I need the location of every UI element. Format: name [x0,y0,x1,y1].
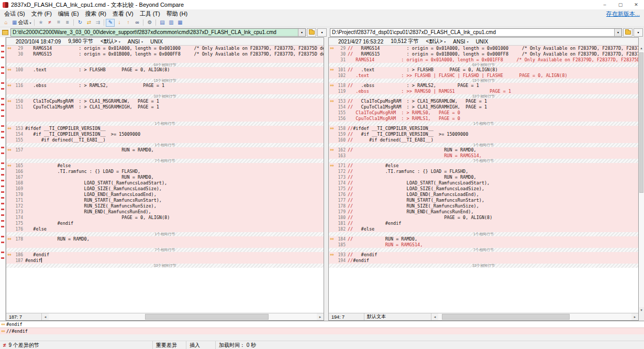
home-button[interactable]: ⌂ [2,19,10,27]
right-path-input[interactable]: D:\Project\f28377d_dsp01\cpu01\2837xD_FL… [330,28,622,37]
code-row[interactable]: 177// RUN_START(_RamfuncsRunStart), [329,198,638,203]
diff-map[interactable] [0,37,6,321]
right-hscroll-track[interactable] [438,313,631,320]
edit-mode-button[interactable]: ✎ [106,19,115,27]
identical-section-row[interactable]: 69个相同行节 [329,63,638,67]
minimize-button[interactable]: – [597,0,613,9]
next-difference-button[interactable]: ↓ [115,19,124,27]
vscroll-track[interactable] [639,51,644,307]
code-row[interactable]: ⇔116 .ebss : > RAMLS2, PAGE = 1 [6,83,324,89]
code-row[interactable] [6,153,324,159]
code-row[interactable]: 155 #if defined(__TI_EABI__) [6,137,324,143]
left-line-detail[interactable]: ⇔ #endif [0,321,644,328]
left-browse-button[interactable] [307,28,316,37]
identical-section-row[interactable]: 1个相同行节 [6,122,324,126]
identical-section-row[interactable]: 33个相同行节 [6,94,324,99]
code-row[interactable]: 172 RUN_SIZE(_RamfuncsRunSize), [6,203,324,209]
code-row[interactable]: 194//#endif [329,258,638,264]
left-encoding-dropdown[interactable]: ANSI▾ [128,39,143,45]
identical-section-row[interactable]: 1个相同行节 [329,232,638,236]
code-row[interactable]: ⇔162// RUN = RAMD0, [329,147,638,153]
identical-section-row[interactable]: 1个相同行节 [329,143,638,147]
view-text-details-button[interactable]: ▤ [158,19,166,27]
identical-section-row[interactable]: 15个相同行节 [329,79,638,83]
code-row[interactable] [6,57,324,63]
show-differences-button[interactable]: ≠ [45,19,54,27]
find-button[interactable]: ∞ [132,19,141,27]
copy-section-button[interactable]: ⇉ [93,19,102,27]
identical-section-row[interactable]: 7个相同行节 [329,248,638,252]
code-row[interactable]: ⇔184// RUN = RAMD0, [329,236,638,242]
right-browse-button[interactable] [623,28,632,37]
code-row[interactable]: 174 PAGE = 0, ALIGN(8) [6,215,324,221]
identical-section-row[interactable]: 7个相同行节 [6,248,324,252]
show-same-button[interactable]: = [54,19,63,27]
menu-item[interactable]: 搜索 (R) [82,10,109,17]
menu-item[interactable]: 工具 (T) [137,10,163,17]
code-row[interactable]: 179// RUN_END(_RamfuncsRunEnd), [329,209,638,215]
scroll-left-icon[interactable]: ◂ [42,313,49,320]
code-row[interactable]: 154 #if __TI_COMPILER_VERSION__ >= 15009… [6,132,324,137]
scroll-up-icon[interactable]: ▴ [639,45,644,51]
code-row[interactable]: 182// #else [329,226,638,232]
maximize-button[interactable]: ▢ [613,0,628,9]
code-row[interactable]: ⇔157 RUN = RAMD0, [6,147,324,153]
code-row[interactable]: 178// RUN_SIZE(_RamfuncsRunSize), [329,203,638,209]
menu-item[interactable]: 帮助 (H) [163,10,191,17]
code-row[interactable] [6,242,324,248]
right-path-dropdown[interactable]: ▾ [614,29,621,36]
code-row[interactable]: ⇔158//#ifdef __TI_COMPILER_VERSION__ [329,126,638,132]
code-row[interactable]: 31 RAMGS14 : origin = 0x01A000, length =… [329,57,638,63]
code-row[interactable]: ⇔186 #endif [6,252,324,258]
code-row[interactable] [6,116,324,122]
code-row[interactable]: 166 .TI.ramfunc : {} LOAD = FLASHD, [6,169,324,174]
code-row[interactable]: 175// LOAD_SIZE(_RamfuncsLoadSize), [329,186,638,192]
left-hscrollbar[interactable]: ◂ ▸ [42,313,324,320]
code-row[interactable]: 151 CpuToCla1MsgRAM : > CLA1_MSGRAMHIGH,… [6,104,324,110]
scroll-down-icon[interactable]: ▾ [639,307,644,313]
favorites-button[interactable]: ★ [36,19,45,27]
right-line-detail[interactable]: ⇔ //#endif [0,328,644,334]
code-row[interactable]: 160// #if defined(__TI_EABI__) [329,137,638,143]
code-row[interactable]: 168 LOAD_START(_RamfuncsLoadStart), [6,180,324,186]
right-format-dropdown[interactable]: <默认>▾ [426,38,446,45]
code-row[interactable]: ⇔29 RAMGS14 : origin = 0x01A000, length … [6,46,324,51]
code-row[interactable]: 187#endif [6,258,324,264]
identical-section-row[interactable]: 33个相同行节 [6,264,324,268]
identical-section-row[interactable]: 1个相同行节 [6,232,324,236]
scroll-right-icon[interactable]: ▸ [317,313,324,320]
right-browse-dropdown[interactable]: ▾ [634,28,643,37]
code-row[interactable]: ⇔193// #endif [329,252,638,258]
identical-section-row[interactable]: 15个相同行节 [6,79,324,83]
left-hscroll-thumb[interactable] [145,314,269,320]
menu-item[interactable]: 查看 (V) [109,10,137,17]
scroll-right-icon[interactable]: ▸ [631,313,638,320]
code-row[interactable]: 185 RUN = RAMGS14, [329,242,638,248]
code-row[interactable]: 102 .text : >> FLASHB | FLASHC | FLASHD … [329,73,638,79]
code-row[interactable]: ⇔178 RUN = RAMD0, [6,236,324,242]
identical-section-row[interactable]: 1个相同行节 [6,143,324,147]
sessions-menu-button[interactable]: ▦会话▾ [10,19,32,27]
left-eol-dropdown[interactable]: UNIX [150,39,163,45]
code-row[interactable]: ⇔171// #else [329,163,638,169]
scroll-left-icon[interactable]: ◂ [431,313,438,320]
menu-item[interactable]: 文件 (F) [28,10,55,17]
right-code-grid[interactable]: ⇔29// RAMGS14 : origin = 0x01A000, lengt… [329,46,638,313]
identical-section-row[interactable]: 7个相同行节 [329,159,638,163]
code-row[interactable]: 169 LOAD_SIZE(_RamfuncsLoadSize), [6,186,324,192]
show-all-button[interactable]: ≡ [63,19,72,27]
code-row[interactable] [6,89,324,94]
code-row[interactable]: 154// CpuToCla1MsgRAM : > CLA1_MSGRAMHIG… [329,104,638,110]
left-browse-dropdown[interactable]: ▾ [317,28,327,37]
view-alignment-button[interactable]: ▥ [166,19,175,27]
menu-item[interactable]: 编辑 (E) [55,10,82,17]
code-row[interactable]: 171 RUN_START(_RamfuncsRunStart), [6,198,324,203]
pane-splitter[interactable] [324,37,328,321]
code-row[interactable]: ⇔29// RAMGS14 : origin = 0x01A000, lengt… [329,46,638,51]
code-row[interactable]: 170 LOAD_END(_RamfuncsLoadEnd), [6,192,324,198]
code-row[interactable]: ⇔153// Cla1ToCpuMsgRAM : > CLA1_MSGRAMLO… [329,99,638,104]
code-row[interactable]: 30// RAMGS15 : origin = 0x01B000, length… [329,51,638,57]
code-row[interactable]: 173// RUN = RAMD0, [329,174,638,180]
code-row[interactable]: ⇔100 .text : > FLASHB PAGE = 0, ALIGN(8) [6,67,324,73]
code-row[interactable]: ⇔165 #else [6,163,324,169]
